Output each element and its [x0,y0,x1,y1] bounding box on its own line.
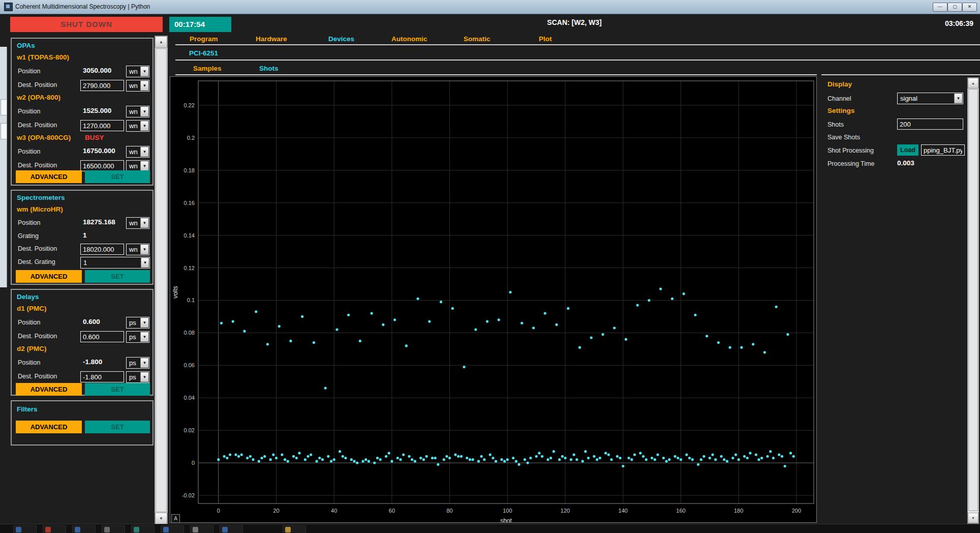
wm-dest-units-combo[interactable]: wn ▼ [126,244,149,255]
minimize-button[interactable]: — [933,3,947,12]
tab-program[interactable]: Program [190,35,218,43]
opas-advanced-button[interactable]: ADVANCED [16,170,82,183]
w3-position-units-combo[interactable]: wn ▼ [126,146,149,158]
scrollbar-thumb[interactable] [968,89,978,511]
section-header-filters: Filters [17,405,38,413]
taskbar-item-app-2[interactable] [43,525,66,533]
runtime-timer: 00:17:54 [169,17,231,32]
chevron-down-icon[interactable]: ▼ [140,218,148,228]
taskbar-item-app-4[interactable] [102,525,125,533]
units-value: wn [129,68,138,75]
maximize-button[interactable]: ▢ [947,3,962,12]
tab-hardware[interactable]: Hardware [256,35,287,43]
motor-name-w1: w1 (TOPAS-800) [17,53,69,61]
scatter-chart: 020406080100120140160180200-0.0200.020.0… [170,77,816,522]
w2-position-units-combo[interactable]: wn ▼ [126,106,149,117]
w1-dest-position-input[interactable] [80,80,124,91]
section-opas: OPAs w1 (TOPAS-800) Position 3050.000 wn… [11,38,154,186]
svg-text:0.18: 0.18 [184,167,195,173]
w2-dest-units-combo[interactable]: wn ▼ [126,120,149,132]
load-button[interactable]: Load [897,144,918,156]
wm-dest-position-input[interactable] [80,244,124,255]
app-icon [4,3,13,11]
right-panel-scrollbar[interactable]: ▲ ▼ [967,77,979,524]
taskbar-item-app-5[interactable] [131,525,155,533]
tab-somatic[interactable]: Somatic [464,35,491,43]
d1-dest-position-input[interactable] [80,331,124,342]
chevron-down-icon[interactable]: ▼ [140,107,148,116]
chevron-down-icon[interactable]: ▼ [141,258,149,268]
units-value: wn [129,219,138,227]
chevron-down-icon[interactable]: ▼ [954,94,962,103]
taskbar-item-app-9[interactable] [283,525,306,533]
delays-set-button[interactable]: SET [85,383,150,396]
chevron-down-icon[interactable]: ▼ [140,245,148,254]
dest-grating-value: 1 [83,259,87,266]
shots-plot[interactable]: 020406080100120140160180200-0.0200.020.0… [170,76,817,523]
dest-grating-combo[interactable]: 1 ▼ [80,257,150,269]
channel-select[interactable]: signal ▼ [897,93,963,104]
background-window-widget [1,123,7,139]
scrollbar-thumb[interactable] [156,48,167,512]
clock: 03:06:39 [925,19,973,27]
chevron-down-icon[interactable]: ▼ [140,81,148,91]
tab-autonomic[interactable]: Autonomic [391,35,427,43]
spectrometers-advanced-button[interactable]: ADVANCED [16,270,82,283]
w1-dest-units-combo[interactable]: wn ▼ [126,80,149,92]
delays-advanced-button[interactable]: ADVANCED [16,383,82,396]
taskbar-app-icon [285,527,291,532]
d2-dest-units-combo[interactable]: ps ▼ [126,371,149,383]
tab-plot[interactable]: Plot [539,35,552,43]
d2-position-units-combo[interactable]: ps ▼ [126,357,149,369]
motor-name-d2: d2 (PMC) [17,345,47,352]
svg-text:80: 80 [447,508,453,514]
scroll-down-icon[interactable]: ▼ [968,513,978,523]
d1-position-units-combo[interactable]: ps ▼ [126,317,149,329]
taskbar-item-app-7[interactable] [190,525,213,533]
taskbar-item-app-1[interactable] [13,525,37,533]
chevron-down-icon[interactable]: ▼ [140,121,148,131]
chevron-down-icon[interactable]: ▼ [140,332,148,342]
units-value: ps [129,333,136,341]
opas-set-button[interactable]: SET [85,170,150,183]
processing-time-value: 0.003 [897,159,914,167]
w3-dest-position-input[interactable] [80,160,124,171]
scroll-down-icon[interactable]: ▼ [155,513,167,524]
close-button[interactable]: ✕ [962,3,977,12]
tab-separator [175,74,817,75]
tab-pci-6251[interactable]: PCI-6251 [189,49,218,57]
d1-dest-units-combo[interactable]: ps ▼ [126,331,149,343]
w2-dest-position-input[interactable] [80,120,124,131]
svg-text:60: 60 [389,508,395,514]
chevron-down-icon[interactable]: ▼ [140,358,148,368]
filters-advanced-button[interactable]: ADVANCED [16,421,82,433]
taskbar-item-app-8[interactable] [220,525,243,533]
section-filters: Filters ADVANCED SET [11,400,154,446]
chevron-down-icon[interactable]: ▼ [140,67,148,76]
tab-shots[interactable]: Shots [259,65,279,72]
tab-devices[interactable]: Devices [328,35,354,43]
shutdown-button[interactable]: SHUT DOWN [10,17,163,32]
chevron-down-icon[interactable]: ▼ [140,161,148,171]
chevron-down-icon[interactable]: ▼ [140,147,148,157]
d2-position-value: -1.800 [83,358,126,366]
scroll-up-icon[interactable]: ▲ [155,36,167,48]
autoscale-button[interactable]: A [171,514,180,523]
shot-processing-file-input[interactable] [921,144,965,156]
shots-input[interactable] [897,119,963,130]
chevron-down-icon[interactable]: ▼ [140,372,148,382]
d2-dest-position-input[interactable] [80,371,124,382]
chevron-down-icon[interactable]: ▼ [140,318,148,328]
taskbar-app-icon [163,527,169,532]
tab-samples[interactable]: Samples [193,65,222,72]
spectrometers-set-button[interactable]: SET [85,270,150,283]
save-shots-label: Save Shots [828,134,860,141]
taskbar-item-app-6[interactable] [161,525,184,533]
scroll-up-icon[interactable]: ▲ [968,78,978,88]
position-label: Position [18,68,40,75]
wm-position-units-combo[interactable]: wn ▼ [126,217,149,229]
taskbar-item-app-3[interactable] [72,525,96,533]
w1-position-units-combo[interactable]: wn ▼ [126,66,149,77]
sidebar-scrollbar[interactable]: ▲ ▼ [155,36,168,525]
filters-set-button[interactable]: SET [85,421,150,433]
